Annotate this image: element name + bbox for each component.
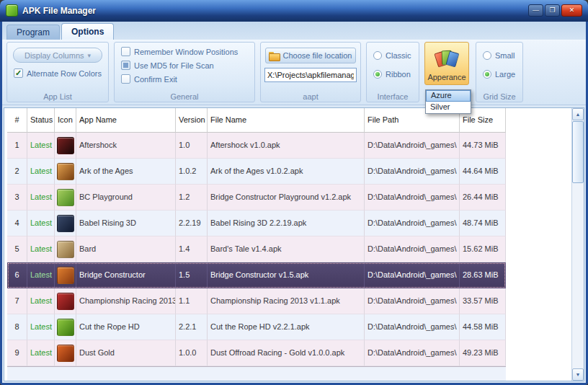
menu-item-azure[interactable]: Azure <box>426 90 471 102</box>
display-columns-label: Display Columns <box>24 51 84 60</box>
cell-version: 1.0 <box>176 133 208 159</box>
folder-icon <box>269 52 279 60</box>
cell-num: 6 <box>7 262 27 288</box>
radio-ribbon[interactable]: Ribbon <box>373 70 419 79</box>
cell-app: Aftershock <box>76 133 176 159</box>
radio-large[interactable]: Large <box>483 70 522 79</box>
cell-path: D:\Data\Android\_games\ <box>365 159 460 185</box>
column-header-icon[interactable]: Icon <box>55 108 76 133</box>
scroll-down-button[interactable]: ▼ <box>572 368 584 381</box>
app-icon <box>57 215 74 232</box>
appearance-button[interactable]: Apperance <box>424 42 469 85</box>
table-row[interactable]: 2LatestArk of the Ages1.0.2Ark of the Ag… <box>7 159 506 185</box>
confirm-exit-checkbox[interactable]: Confirm Exit <box>121 74 254 84</box>
app-icon <box>57 163 74 180</box>
column-header-version[interactable]: Version <box>176 108 208 133</box>
confirm-exit-label: Confirm Exit <box>134 75 177 84</box>
table-row[interactable]: 3LatestBC Playground1.2Bridge Constructo… <box>7 185 506 211</box>
aapt-path-input[interactable] <box>264 68 357 82</box>
column-header-app-name[interactable]: App Name <box>76 108 176 133</box>
table-body: 1LatestAftershock1.0Aftershock v1.0.apkD… <box>7 133 571 381</box>
app-icon-cell <box>55 314 76 340</box>
choose-file-location-button[interactable]: Choose file location <box>265 48 356 63</box>
table-row[interactable]: 4LatestBabel Rising 3D2.2.19Babel Rising… <box>7 211 506 236</box>
window-controls: — ❐ ✕ <box>528 4 582 17</box>
cell-num: 3 <box>7 185 27 211</box>
tab-program[interactable]: Program <box>6 25 60 40</box>
radio-on-icon <box>373 70 382 79</box>
appearance-control: Apperance Azure Silver <box>424 42 471 102</box>
remember-window-positions-checkbox[interactable]: Remember Window Positions <box>121 47 254 56</box>
app-icon-cell <box>55 185 76 211</box>
cell-num: 1 <box>7 133 27 159</box>
checkbox-empty-icon <box>121 47 130 56</box>
maximize-button[interactable]: ❐ <box>545 4 560 17</box>
cell-status: Latest <box>27 185 55 211</box>
column-header-file-name[interactable]: File Name <box>208 108 365 133</box>
minimize-button[interactable]: — <box>528 4 543 17</box>
cell-version: 1.2 <box>176 185 208 211</box>
cell-status: Latest <box>27 262 55 288</box>
scroll-up-button[interactable]: ▲ <box>572 108 584 120</box>
column-header-num[interactable]: # <box>7 108 27 133</box>
group-title-grid-size: Grid Size <box>476 92 522 101</box>
cell-status: Latest <box>27 236 55 262</box>
table-row[interactable]: 1LatestAftershock1.0Aftershock v1.0.apkD… <box>7 133 506 159</box>
cell-num: 2 <box>7 159 27 185</box>
display-columns-button[interactable]: Display Columns ▾ <box>13 48 102 63</box>
group-interface: Classic Ribbon Interface <box>366 42 419 102</box>
cell-status: Latest <box>27 211 55 236</box>
cell-file: Ark of the Ages v1.0.2.apk <box>208 159 365 185</box>
cell-num: 8 <box>7 314 27 340</box>
group-grid-size: Small Large Grid Size <box>476 42 523 102</box>
cell-size: 44.58 MiB <box>460 314 506 340</box>
cell-status: Latest <box>27 159 55 185</box>
table-row[interactable]: 5LatestBard1.4Bard's Tale v1.4.apkD:\Dat… <box>7 236 506 262</box>
cell-num: 7 <box>7 288 27 314</box>
cell-path: D:\Data\Android\_games\ <box>365 314 460 340</box>
app-icon-cell <box>55 288 76 314</box>
radio-large-label: Large <box>495 70 515 79</box>
cell-app: Bard <box>76 236 176 262</box>
cell-file: Bard's Tale v1.4.apk <box>208 236 365 262</box>
table-row[interactable]: 8LatestCut the Rope HD2.2.1Cut the Rope … <box>7 314 506 340</box>
cell-size: 44.73 MiB <box>460 133 506 159</box>
cell-path: D:\Data\Android\_games\ <box>365 185 460 211</box>
cell-version: 1.0.2 <box>176 159 208 185</box>
menu-item-silver[interactable]: Silver <box>426 102 471 113</box>
vertical-scrollbar[interactable]: ▲ ▼ <box>571 108 584 381</box>
cell-version: 1.0.0 <box>176 340 208 366</box>
checkbox-empty-icon <box>121 74 130 84</box>
close-button[interactable]: ✕ <box>561 4 582 17</box>
app-icon <box>57 241 74 258</box>
table-scroll-area: # Status Icon App Name Version File Name… <box>4 108 571 381</box>
scrollbar-thumb[interactable] <box>572 121 584 183</box>
cell-path: D:\Data\Android\_games\ <box>365 236 460 262</box>
app-icon <box>57 189 74 206</box>
cell-status: Latest <box>27 133 55 159</box>
use-md5-checkbox[interactable]: Use MD5 for File Scan <box>121 61 254 70</box>
app-icon-cell <box>55 262 76 288</box>
tab-options[interactable]: Options <box>61 23 114 40</box>
radio-classic[interactable]: Classic <box>373 51 419 60</box>
group-title-aapt: aapt <box>261 92 360 101</box>
cell-status: Latest <box>27 314 55 340</box>
cell-app: Dust Gold <box>76 340 176 366</box>
app-icon-cell <box>55 159 76 185</box>
cell-file: Aftershock v1.0.apk <box>208 133 365 159</box>
cell-app: Babel Rising 3D <box>76 211 176 236</box>
cell-num: 5 <box>7 236 27 262</box>
titlebar[interactable]: APK File Manager — ❐ ✕ <box>0 0 588 22</box>
appearance-label: Apperance <box>427 73 466 81</box>
chevron-down-icon: ▾ <box>88 52 92 59</box>
alternate-row-colors-checkbox[interactable]: ✓ Alternate Row Colors <box>14 68 108 78</box>
checkbox-filled-icon <box>121 61 130 70</box>
column-header-status[interactable]: Status <box>27 108 55 133</box>
cell-path: D:\Data\Android\_games\ <box>365 133 460 159</box>
radio-small[interactable]: Small <box>483 51 522 60</box>
table-row[interactable]: 7LatestChampionship Racing 20131.1Champi… <box>7 288 506 314</box>
table-row[interactable]: 6LatestBridge Constructor1.5Bridge Const… <box>7 262 506 288</box>
table-row[interactable]: 9LatestDust Gold1.0.0Dust Offroad Racing… <box>7 340 506 366</box>
alternate-row-colors-label: Alternate Row Colors <box>27 69 102 78</box>
table-row-partial <box>7 366 506 381</box>
